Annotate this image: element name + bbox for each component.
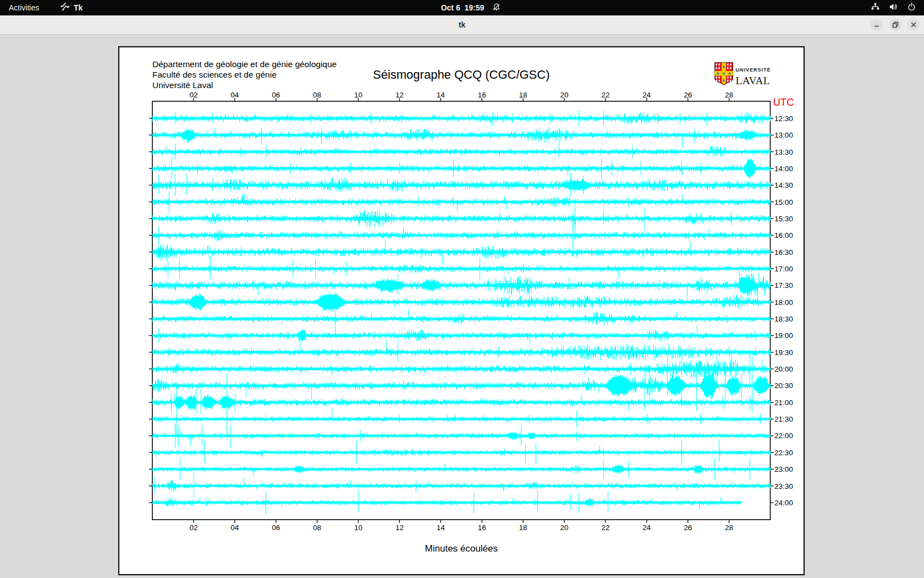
volume-icon <box>889 2 898 13</box>
close-icon <box>910 21 917 29</box>
utc-time-label: 16:00 <box>774 231 793 239</box>
window-titlebar[interactable]: tk <box>0 15 924 35</box>
activities-button[interactable]: Activities <box>4 0 43 15</box>
trace-row-14:30 <box>153 173 771 197</box>
x-tick-label-bottom: 24 <box>642 524 651 532</box>
utc-time-label: 23:00 <box>774 465 793 473</box>
notifications-disabled-icon <box>492 3 501 13</box>
utc-time-label: 12:30 <box>774 114 793 123</box>
x-tick-label-bottom: 12 <box>395 524 404 532</box>
x-tick-label-top: 18 <box>519 91 527 99</box>
x-tick-label-top: 24 <box>642 91 651 99</box>
utc-time-label: 14:00 <box>774 165 793 173</box>
restore-button[interactable] <box>889 19 901 31</box>
utc-time-label: 16:30 <box>774 248 793 257</box>
utc-time-label: 14:30 <box>774 181 793 189</box>
trace-row-17:00 <box>153 257 771 280</box>
x-tick-label-bottom: 16 <box>478 524 486 532</box>
clock-menu[interactable]: Oct 6 19:59 <box>441 0 501 15</box>
plot-frame <box>152 101 771 520</box>
x-tick-label-top: 22 <box>601 91 609 99</box>
focused-app-menu[interactable]: Tk <box>61 0 82 15</box>
x-tick-label-top: 08 <box>313 91 321 99</box>
trace-row-16:30 <box>153 240 771 264</box>
trace-row-22:30 <box>153 440 771 465</box>
seismograph-figure: Département de géologie et de génie géol… <box>119 47 804 574</box>
logo-text-laval: LAVAL <box>736 75 771 86</box>
trace-row-24:00 <box>153 490 742 515</box>
seismogram-traces <box>153 110 771 514</box>
desktop: Activities <box>0 0 924 578</box>
trace-row-13:30 <box>153 144 771 159</box>
x-tick-label-top: 02 <box>189 91 197 99</box>
x-tick-label-top: 28 <box>725 91 733 99</box>
x-axis-ticks: 0202040406060808101012121414161618182020… <box>189 91 733 532</box>
x-tick-label-top: 12 <box>395 91 404 99</box>
x-tick-label-top: 06 <box>272 91 280 99</box>
x-tick-label-top: 04 <box>230 91 239 99</box>
utc-time-label: 13:30 <box>774 148 793 156</box>
minimize-icon <box>873 21 881 29</box>
app-name-label: Tk <box>74 3 82 12</box>
tk-window-body: Département de géologie et de génie géol… <box>0 35 924 578</box>
power-icon <box>907 2 916 13</box>
utc-time-label: 15:30 <box>774 215 793 223</box>
close-button[interactable] <box>908 19 920 31</box>
clock-label: Oct 6 19:59 <box>441 3 485 12</box>
utc-time-label: 20:00 <box>774 365 793 373</box>
utc-time-label: 19:30 <box>774 348 793 357</box>
utc-time-label: 24:00 <box>774 499 793 507</box>
seismograph-canvas: Département de géologie et de génie géol… <box>118 46 805 575</box>
network-wired-icon <box>871 2 880 13</box>
utc-time-label: 15:00 <box>774 198 793 206</box>
utc-time-label: 21:00 <box>774 399 793 407</box>
x-tick-label-bottom: 14 <box>437 524 446 532</box>
trace-row-20:30 <box>153 357 771 413</box>
utc-time-label: 18:00 <box>774 298 793 307</box>
utc-time-label: 17:30 <box>774 281 793 290</box>
trace-row-19:00 <box>153 325 771 343</box>
x-tick-label-bottom: 10 <box>354 524 362 532</box>
system-status-area[interactable] <box>871 0 920 15</box>
figure-header-line: Université Laval <box>152 80 213 90</box>
logo-text-universite: UNIVERSITÉ <box>736 67 771 73</box>
window-title: tk <box>0 15 924 34</box>
x-tick-label-bottom: 20 <box>560 524 568 532</box>
x-tick-label-top: 14 <box>437 91 446 99</box>
trace-row-18:00 <box>153 293 771 336</box>
trace-row-19:30 <box>153 337 771 362</box>
utc-time-label: 22:30 <box>774 449 793 457</box>
trace-row-23:00 <box>153 459 771 481</box>
utc-time-label: 17:00 <box>774 265 793 273</box>
x-tick-label-top: 20 <box>560 91 568 99</box>
x-tick-label-top: 26 <box>684 91 692 99</box>
universite-laval-logo <box>715 63 733 86</box>
x-tick-label-bottom: 02 <box>189 524 197 532</box>
trace-row-15:30 <box>153 201 771 237</box>
x-tick-label-bottom: 28 <box>725 524 733 532</box>
utc-time-label: 19:00 <box>774 331 793 340</box>
minimize-button[interactable] <box>871 19 883 31</box>
figure-title: Séismographe QCQ (CGC/GSC) <box>373 68 550 81</box>
utc-label: UTC <box>773 96 794 108</box>
x-tick-label-top: 10 <box>354 91 362 99</box>
trace-row-14:00 <box>153 157 771 179</box>
utc-time-label: 21:30 <box>774 415 793 423</box>
trace-row-17:30 <box>153 270 771 297</box>
trace-row-22:00 <box>153 424 771 449</box>
figure-header-line: Département de géologie et de génie géol… <box>152 59 337 69</box>
utc-time-label: 22:00 <box>774 432 793 440</box>
x-tick-label-top: 16 <box>478 91 486 99</box>
y-axis-ticks: 12:3013:0013:3014:0014:3015:0015:3016:00… <box>149 114 793 507</box>
utc-time-label: 18:30 <box>774 315 793 323</box>
x-tick-label-bottom: 18 <box>519 524 527 532</box>
utc-time-label: 23:30 <box>774 482 793 490</box>
x-tick-label-bottom: 22 <box>601 524 609 532</box>
trace-row-23:30 <box>153 473 771 498</box>
x-tick-label-bottom: 08 <box>313 524 321 532</box>
trace-row-12:30 <box>153 110 771 126</box>
figure-header-line: Faculté des sciences et de génie <box>152 70 277 79</box>
gnome-top-bar: Activities <box>0 0 924 15</box>
tk-app-icon <box>61 2 70 13</box>
x-axis-label: Minutes écoulées <box>425 543 498 554</box>
